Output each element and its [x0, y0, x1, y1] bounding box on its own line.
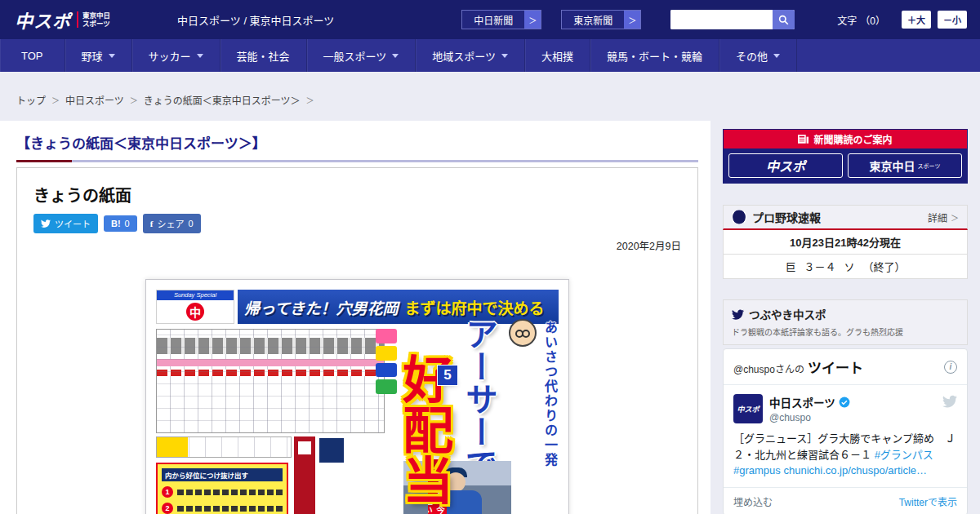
twitter-header-title: ツイート [808, 357, 863, 377]
search-box [670, 10, 795, 29]
tweet-hashtag-grampus-ja[interactable]: #グランパス [875, 449, 933, 461]
article-card: きょうの紙面 ツイート B! 0 f シェア 0 2020年2月9日 [16, 167, 698, 514]
chevron-down-icon [773, 54, 780, 58]
pick-marker: 1 [162, 486, 173, 498]
tweet-label: ツイート [55, 217, 91, 230]
baseball-detail-link[interactable]: 詳細 ＞ [928, 210, 959, 224]
logo-main-text: 中スポ [15, 7, 71, 33]
nav-label: 大相撲 [541, 48, 573, 64]
tokyo-shimbun-label: 東京新聞 [562, 11, 624, 29]
nav-item-soccer[interactable]: サッカー [132, 39, 220, 72]
twitter-header-prefix: @chuspoさんの [733, 361, 804, 375]
nav-label: サッカー [149, 48, 191, 64]
baseball-asof: 10月23日21時42分現在 [790, 234, 901, 250]
chevron-down-icon [109, 54, 115, 58]
view-on-twitter-link[interactable]: Twitterで表示 [899, 494, 957, 508]
nav-item-top[interactable]: TOP [0, 39, 65, 72]
nav-item-other[interactable]: その他 [719, 39, 797, 72]
paper-image[interactable]: Sunday Special 中 帰ってきた！穴男花岡 まずは府中で決める [145, 279, 569, 514]
headline-2: まずは府中で決める [404, 296, 544, 318]
nav-item-baseball[interactable]: 野球 [65, 39, 132, 72]
tokyo-shimbun-link[interactable]: 東京新聞 ＞ [561, 10, 641, 29]
chunichi-shimbun-label: 中日新聞 [462, 11, 524, 29]
arrow-right-icon: ＞ [524, 11, 541, 29]
nav-item-keiba[interactable]: 競馬・ボート・競輪 [590, 39, 719, 72]
twitter-bird-icon[interactable] [942, 394, 957, 409]
page-title: 【きょうの紙面＜東京中日スポーツ＞】 [16, 132, 266, 153]
main-content-area: 【きょうの紙面＜東京中日スポーツ＞】 きょうの紙面 ツイート B! 0 f シェ… [0, 121, 710, 514]
nav-label: 一般スポーツ [323, 48, 387, 64]
font-size-count: （0） [860, 13, 885, 27]
baseball-scores-widget: プロ野球速報 詳細 ＞ 10月23日21時42分現在 巨 ３－４ ソ （終了） [723, 205, 968, 279]
team2-abbr: ソ [844, 259, 855, 274]
newspaper-front-page: Sunday Special 中 帰ってきた！穴男花岡 まずは府中で決める [146, 280, 568, 514]
logo-sub-text: 東京中日スポーツ [77, 11, 110, 28]
red-vertical-banner [294, 436, 315, 514]
site-logo[interactable]: 中スポ 東京中日スポーツ [15, 7, 110, 33]
baseball-scores-title: プロ野球速報 [752, 209, 821, 225]
info-icon[interactable]: i [944, 361, 957, 374]
font-smaller-button[interactable]: －小 [938, 11, 967, 29]
subscription-buttons: 中スポ 東京中日 スポーツ [724, 148, 967, 183]
avatar[interactable]: 中スポ [733, 394, 763, 423]
chunichi-shimbun-link[interactable]: 中日新聞 ＞ [461, 10, 541, 29]
sunday-special-banner: Sunday Special [157, 290, 234, 300]
nav-label: その他 [736, 48, 768, 64]
search-button[interactable] [773, 10, 795, 29]
facebook-icon: f [150, 219, 154, 228]
baseball-icon [732, 210, 746, 224]
facebook-share-count: 0 [188, 219, 193, 228]
hatena-bookmark-button[interactable]: B! 0 [104, 215, 137, 232]
table-marks-row [157, 370, 384, 376]
nav-label: 野球 [82, 48, 103, 64]
tweet-account-handle[interactable]: @chuspo [769, 412, 850, 423]
chuspo-logo: 中スポ [766, 156, 805, 175]
article-date: 2020年2月9日 [33, 237, 681, 253]
facebook-share-button[interactable]: f シェア 0 [143, 214, 201, 233]
nav-item-general-sports[interactable]: 一般スポーツ [307, 39, 416, 72]
horse-photos-row [157, 338, 384, 354]
chuspo-subscription-button[interactable]: 中スポ [728, 153, 843, 178]
headline-vertical-arthur: アーサーで [463, 317, 496, 481]
breadcrumb-separator: ＞ [130, 94, 138, 106]
article-title: きょうの紙面 [33, 183, 681, 206]
tweet-account-name[interactable]: 中日スポーツ [769, 394, 835, 410]
tweet-text: ［グラニュース］グラ大勝でキャンプ締め Ｊ２・北九州と練習試合６－１ #グランパ… [733, 431, 957, 479]
site-label: 中日スポーツ / 東京中日スポーツ [177, 12, 334, 28]
masthead-logo: 中 [186, 303, 204, 321]
twitter-timeline-widget: @chuspoさんの ツイート i 中スポ 中日スポーツ @chuspo [723, 348, 968, 514]
breadcrumb-chunichi-sports[interactable]: 中日スポーツ [65, 93, 124, 107]
breadcrumb-separator: ＞ [51, 94, 60, 106]
search-icon [778, 15, 789, 25]
twitter-bird-icon [732, 308, 744, 321]
nav-item-sumo[interactable]: 大相撲 [525, 39, 590, 72]
embed-link[interactable]: 埋め込む [733, 494, 773, 508]
tsubuyaki-widget: つぶやき中スポ ドラ観戦の本紙評論家も語る。グラも熱烈応援 [723, 299, 968, 345]
tweet-article-link[interactable]: chunichi.co.jp/chuspo/article… [783, 464, 927, 476]
tsubuyaki-title: つぶやき中スポ [749, 306, 826, 322]
tweet-button[interactable]: ツイート [33, 214, 98, 233]
chevron-down-icon [197, 54, 203, 58]
twitter-widget-header: @chuspoさんの ツイート i [724, 349, 967, 385]
sidebar: 新聞購読のご案内 中スポ 東京中日 スポーツ プロ野球速報 詳細 ＞ 10月 [723, 129, 968, 514]
breadcrumb-current[interactable]: きょうの紙面＜東京中日スポーツ＞ [144, 93, 301, 107]
tokyo-chunichi-logo: 東京中日 [870, 157, 915, 174]
search-input[interactable] [670, 10, 773, 29]
hatena-icon: B! [111, 219, 121, 228]
font-larger-button[interactable]: ＋大 [902, 11, 931, 29]
nav-item-entertainment[interactable]: 芸能・社会 [220, 39, 307, 72]
subscription-banner-title: 新聞購読のご案内 [813, 132, 892, 146]
page: 中スポ 東京中日スポーツ 中日スポーツ / 東京中日スポーツ 中日新聞 ＞ 東京… [0, 0, 980, 514]
tokyo-chunichi-subscription-button[interactable]: 東京中日 スポーツ [848, 153, 962, 178]
newspaper-icon [798, 135, 808, 144]
table-pink-row [157, 359, 384, 366]
tweet-hashtag-grampus-en[interactable]: #grampus [733, 464, 781, 476]
grade-race-badge [376, 329, 397, 394]
arrow-right-icon: ＞ [951, 211, 959, 224]
baseball-asof-row: 10月23日21時42分現在 [723, 230, 968, 255]
site-header: 中スポ 東京中日スポーツ 中日スポーツ / 東京中日スポーツ 中日新聞 ＞ 東京… [0, 0, 980, 39]
breadcrumb-home[interactable]: トップ [16, 93, 46, 107]
nav-label: TOP [21, 50, 43, 62]
nav-label: 地域スポーツ [432, 48, 496, 64]
nav-item-regional-sports[interactable]: 地域スポーツ [416, 39, 525, 72]
